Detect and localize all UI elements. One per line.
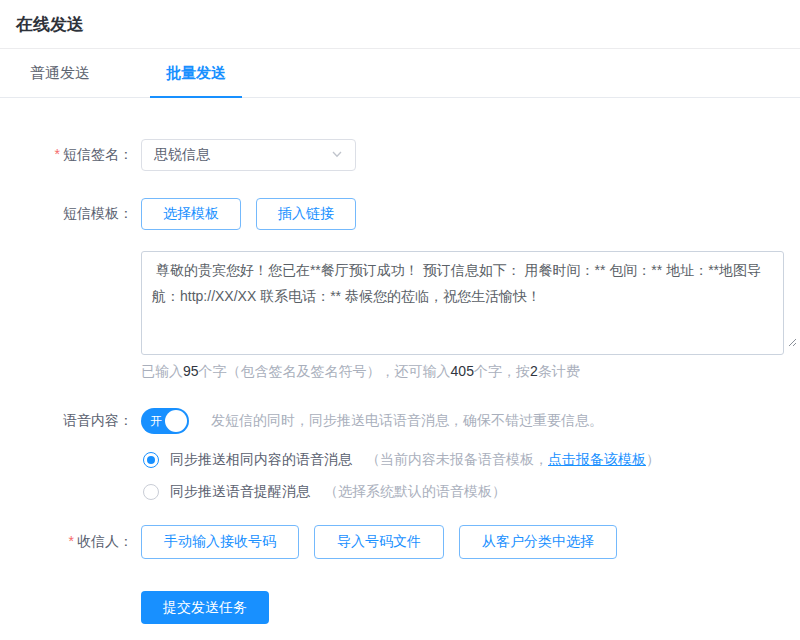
submit-row: 提交发送任务	[141, 591, 800, 624]
template-row: 短信模板： 选择模板 插入链接	[0, 198, 800, 230]
insert-link-button[interactable]: 插入链接	[256, 198, 356, 230]
message-textarea[interactable]: 尊敬的贵宾您好！您已在**餐厅预订成功！ 预订信息如下： 用餐时间：** 包间：…	[141, 251, 784, 355]
radio-selected-icon[interactable]	[143, 452, 159, 468]
voice-option1-hint: （当前内容未报备语音模板，点击报备该模板）	[366, 451, 660, 469]
tab-batch-send[interactable]: 批量发送	[150, 49, 242, 98]
tab-bar: 普通发送 批量发送	[0, 49, 800, 98]
voice-option2-hint: （选择系统默认的语音模板）	[324, 483, 506, 501]
tab-normal-send[interactable]: 普通发送	[14, 49, 106, 98]
hint-prefix: （当前内容未报备语音模板，	[366, 451, 548, 467]
voice-toggle[interactable]: 开	[141, 408, 189, 434]
submit-send-task-button[interactable]: 提交发送任务	[141, 591, 269, 624]
voice-label: 语音内容：	[0, 412, 133, 430]
template-label: 短信模板：	[0, 205, 133, 223]
radio-unselected-icon[interactable]	[143, 484, 159, 500]
manual-input-numbers-button[interactable]: 手动输入接收号码	[141, 525, 299, 559]
report-template-link[interactable]: 点击报备该模板	[548, 451, 646, 467]
message-textarea-wrap: 尊敬的贵宾您好！您已在**餐厅预订成功！ 预订信息如下： 用餐时间：** 包间：…	[141, 251, 800, 355]
voice-option-same-content: 同步推送相同内容的语音消息 （当前内容未报备语音模板，点击报备该模板）	[143, 451, 800, 469]
voice-option1-label[interactable]: 同步推送相同内容的语音消息	[170, 451, 352, 469]
voice-option2-label[interactable]: 同步推送语音提醒消息	[170, 483, 310, 501]
required-marker: *	[69, 533, 74, 549]
voice-toggle-state: 开	[150, 408, 162, 434]
batch-send-form: *短信签名： 思锐信息 短信模板： 选择模板 插入链接 尊敬的贵宾您好！您已在*…	[0, 98, 800, 624]
billing-count: 2	[530, 363, 538, 379]
recipients-label: *收信人：	[0, 533, 133, 551]
voice-option-reminder: 同步推送语音提醒消息 （选择系统默认的语音模板）	[143, 483, 800, 501]
signature-select[interactable]: 思锐信息	[141, 139, 356, 171]
toggle-knob	[165, 410, 187, 432]
page-title: 在线发送	[16, 13, 784, 36]
counter-part2: 个字（包含签名及签名符号），还可输入	[199, 363, 451, 379]
signature-row: *短信签名： 思锐信息	[0, 139, 800, 171]
signature-select-value: 思锐信息	[154, 146, 210, 164]
counter-part1: 已输入	[141, 363, 183, 379]
char-counter: 已输入95个字（包含签名及签名符号），还可输入405个字，按2条计费	[141, 363, 800, 381]
resize-handle-icon[interactable]	[787, 333, 797, 351]
page-header: 在线发送	[0, 0, 800, 49]
hint-suffix: ）	[646, 451, 660, 467]
voice-row: 语音内容： 开 发短信的同时，同步推送电话语音消息，确保不错过重要信息。	[0, 408, 800, 434]
entered-count: 95	[183, 363, 199, 379]
counter-part4: 条计费	[538, 363, 580, 379]
voice-description: 发短信的同时，同步推送电话语音消息，确保不错过重要信息。	[211, 412, 603, 430]
chevron-down-icon	[331, 147, 343, 163]
signature-label: *短信签名：	[0, 146, 133, 164]
required-marker: *	[55, 146, 60, 162]
recipients-row: *收信人： 手动输入接收号码 导入号码文件 从客户分类中选择	[0, 525, 800, 559]
signature-label-text: 短信签名：	[63, 146, 133, 162]
import-number-file-button[interactable]: 导入号码文件	[314, 525, 444, 559]
remaining-count: 405	[451, 363, 474, 379]
counter-part3: 个字，按	[474, 363, 530, 379]
recipients-label-text: 收信人：	[77, 533, 133, 549]
select-from-category-button[interactable]: 从客户分类中选择	[459, 525, 617, 559]
select-template-button[interactable]: 选择模板	[141, 198, 241, 230]
